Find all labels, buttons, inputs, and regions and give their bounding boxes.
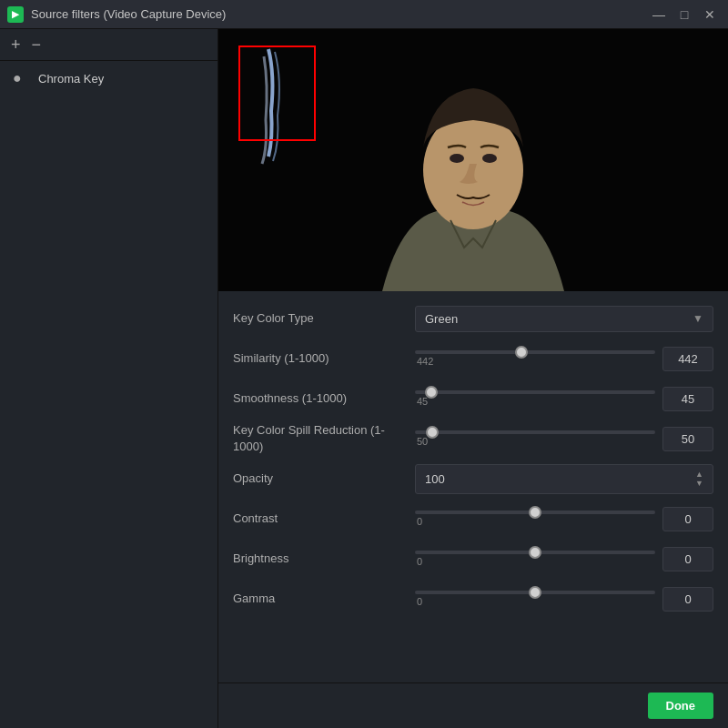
opacity-value: 100	[425, 472, 445, 486]
brightness-slider-label: 0	[415, 556, 655, 567]
visibility-icon: ●	[13, 70, 29, 86]
smoothness-row: Smoothness (1-1000) 45 45	[233, 382, 713, 415]
key-color-spill-slider-wrap: 50	[415, 430, 655, 447]
brightness-slider[interactable]	[415, 551, 655, 554]
contrast-slider[interactable]	[415, 511, 655, 514]
contrast-slider-label: 0	[415, 516, 655, 527]
gamma-slider[interactable]	[415, 591, 655, 594]
gamma-slider-wrap: 0	[415, 591, 655, 607]
brightness-input[interactable]: 0	[662, 547, 713, 571]
gamma-input[interactable]: 0	[662, 587, 713, 612]
opacity-row: Opacity 100 ▲ ▼	[233, 462, 713, 495]
gamma-label: Gamma	[233, 592, 415, 607]
spinbox-up-arrow[interactable]: ▲	[695, 470, 703, 479]
video-preview	[218, 29, 728, 291]
key-color-spill-row: Key Color Spill Reduction (1-1000) 50 50	[233, 422, 713, 455]
filter-name: Chroma Key	[38, 72, 104, 86]
app-icon: ▶	[7, 6, 24, 23]
main-container: + − ● Chroma Key	[0, 29, 728, 728]
window-title: Source filters (Video Capture Device)	[31, 7, 226, 21]
key-color-spill-control: 50 50	[415, 427, 713, 451]
filter-toolbar: + −	[0, 29, 217, 61]
smoothness-input[interactable]: 45	[662, 387, 713, 411]
opacity-label: Opacity	[233, 471, 415, 487]
key-color-type-control: Green ▼	[415, 306, 713, 332]
similarity-control: 442 442	[415, 347, 713, 371]
key-color-type-dropdown[interactable]: Green ▼	[415, 306, 713, 332]
brightness-label: Brightness	[233, 551, 415, 567]
controls-area: Key Color Type Green ▼ Similarity (1-100…	[218, 29, 728, 728]
selection-box	[238, 46, 316, 141]
filter-item-chroma-key[interactable]: ● Chroma Key	[0, 61, 217, 96]
title-bar: ▶ Source filters (Video Capture Device) …	[0, 0, 728, 29]
spinbox-down-arrow[interactable]: ▼	[695, 480, 703, 488]
filter-list: ● Chroma Key	[0, 61, 217, 728]
gamma-row: Gamma 0 0	[233, 582, 713, 615]
minimize-button[interactable]: —	[648, 5, 670, 24]
key-color-type-row: Key Color Type Green ▼	[233, 302, 713, 335]
smoothness-slider[interactable]	[415, 390, 655, 394]
add-filter-button[interactable]: +	[11, 36, 21, 53]
similarity-slider-wrap: 442	[415, 350, 655, 367]
key-color-spill-slider-label: 50	[415, 436, 655, 447]
smoothness-slider-wrap: 45	[415, 390, 655, 407]
brightness-control: 0 0	[415, 547, 713, 571]
right-panel: Key Color Type Green ▼ Similarity (1-100…	[218, 291, 728, 682]
bottom-bar: Done	[218, 682, 728, 728]
maximize-button[interactable]: □	[673, 5, 695, 24]
remove-filter-button[interactable]: −	[32, 36, 42, 53]
gamma-control: 0 0	[415, 587, 713, 612]
done-button[interactable]: Done	[648, 693, 714, 719]
spinbox-arrows: ▲ ▼	[695, 470, 703, 488]
key-color-type-label: Key Color Type	[233, 311, 415, 327]
similarity-input[interactable]: 442	[662, 347, 713, 371]
similarity-slider[interactable]	[415, 350, 655, 354]
key-color-spill-slider[interactable]	[415, 430, 655, 434]
similarity-row: Similarity (1-1000) 442 442	[233, 342, 713, 375]
gamma-slider-label: 0	[415, 596, 655, 607]
key-color-type-value: Green	[425, 312, 458, 326]
chevron-down-icon: ▼	[693, 312, 703, 325]
window-controls: — □ ✕	[648, 5, 721, 24]
contrast-control: 0 0	[415, 507, 713, 531]
smoothness-slider-label: 45	[415, 396, 655, 407]
contrast-row: Contrast 0 0	[233, 502, 713, 535]
similarity-label: Similarity (1-1000)	[233, 351, 415, 367]
smoothness-control: 45 45	[415, 387, 713, 411]
smoothness-label: Smoothness (1-1000)	[233, 391, 415, 407]
svg-point-3	[450, 154, 464, 163]
key-color-spill-label: Key Color Spill Reduction (1-1000)	[233, 422, 415, 455]
brightness-slider-wrap: 0	[415, 551, 655, 567]
sidebar: + − ● Chroma Key	[0, 29, 218, 728]
svg-point-4	[482, 154, 497, 163]
similarity-slider-label: 442	[415, 356, 655, 367]
brightness-row: Brightness 0 0	[233, 542, 713, 575]
contrast-label: Contrast	[233, 511, 415, 527]
contrast-input[interactable]: 0	[662, 507, 713, 531]
key-color-spill-input[interactable]: 50	[662, 427, 713, 451]
opacity-spinbox[interactable]: 100 ▲ ▼	[415, 464, 713, 494]
title-bar-left: ▶ Source filters (Video Capture Device)	[7, 6, 226, 23]
close-button[interactable]: ✕	[699, 5, 721, 24]
opacity-control: 100 ▲ ▼	[415, 464, 713, 494]
contrast-slider-wrap: 0	[415, 511, 655, 527]
